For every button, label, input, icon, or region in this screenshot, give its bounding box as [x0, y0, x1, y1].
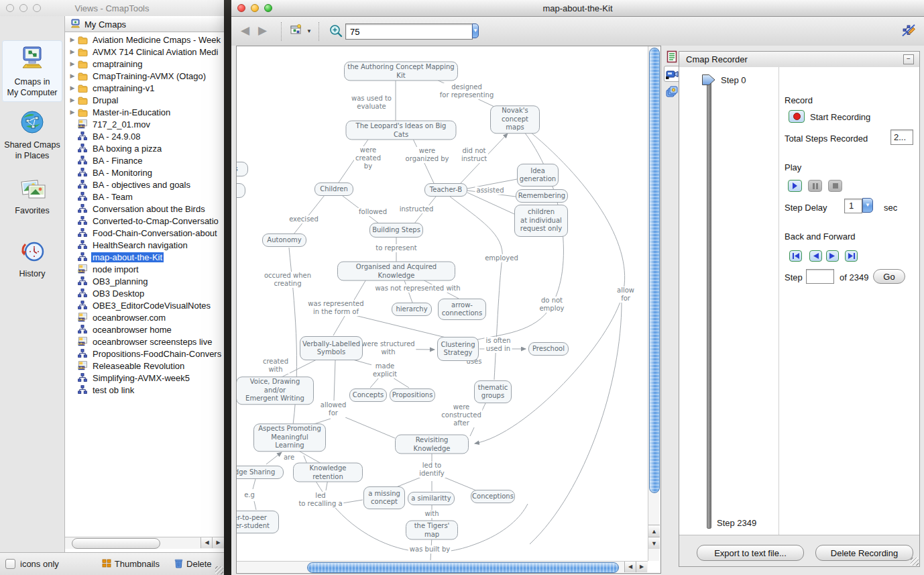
tree-item[interactable]: test ob link	[65, 384, 224, 396]
cmap-link-label[interactable]: with	[423, 510, 440, 518]
tree-item[interactable]: ▶AVMX 714 Clinical Aviation Medi	[65, 46, 224, 58]
tree-item-label[interactable]: CmapTraining-AVMX (Otago)	[91, 71, 207, 81]
tree-item[interactable]: oceanbrowser home	[65, 323, 224, 335]
cmap-node[interactable]: Verbally-Labelled Symbols	[300, 336, 363, 360]
tree-item[interactable]: BA - Finance	[65, 154, 224, 166]
delete-recording-button[interactable]: Delete Recording	[815, 545, 913, 561]
tree-item-label[interactable]: map-about-the-Kit	[91, 252, 164, 262]
disclosure-triangle-icon[interactable]: ▶	[68, 60, 77, 67]
map-titlebar[interactable]: map-about-the-Kit	[231, 0, 924, 17]
sidebar-item-history[interactable]: History	[2, 235, 62, 284]
cmap-link-label[interactable]: was built by	[408, 545, 451, 554]
cmap-link-label[interactable]: did not instruct	[460, 147, 488, 163]
cmap-node[interactable]: a similaritty	[408, 492, 455, 505]
scroll-down-button[interactable]: ▼	[648, 537, 660, 549]
tree-header[interactable]: My Cmaps	[65, 17, 224, 32]
cmap-node[interactable]: Clustering Strategy	[437, 337, 479, 361]
previous-step-button[interactable]	[809, 250, 822, 262]
annotate-cmap-icon[interactable]	[901, 23, 916, 40]
tree-item-label[interactable]: Master-in-Education	[91, 107, 172, 117]
minimize-button[interactable]	[251, 4, 259, 12]
step-number-input[interactable]	[806, 269, 834, 284]
zoom-button[interactable]	[33, 4, 41, 12]
cmap-node[interactable]: ers	[237, 162, 248, 176]
tree-item-label[interactable]: Converted-to-Cmap-Conversatio	[91, 216, 220, 226]
zoom-dropdown-button[interactable]: ▼	[472, 23, 479, 38]
cmap-node[interactable]: Voice, Drawing and/or Emergent Writing	[237, 376, 314, 405]
cmap-node[interactable]: er-to-peer her-student	[237, 511, 279, 533]
step-delay-value[interactable]: 1	[844, 199, 862, 213]
next-step-button[interactable]	[826, 250, 839, 262]
annotations-panel-button[interactable]	[664, 48, 680, 64]
cmap-link-label[interactable]: was used to evaluate	[350, 95, 393, 111]
tree-item[interactable]: map-about-the-Kit	[65, 251, 224, 263]
step-delay-dropdown[interactable]: ▼	[862, 198, 873, 213]
disclosure-triangle-icon[interactable]: ▶	[68, 48, 77, 55]
tree-item-label[interactable]: Propositions-FoodChain-Convers	[91, 349, 223, 359]
tree-item[interactable]: ▶CmapTraining-AVMX (Otago)	[65, 70, 224, 82]
cmap-node[interactable]: Autonomy	[262, 233, 306, 247]
new-window-button[interactable]	[289, 24, 302, 38]
disclosure-triangle-icon[interactable]: ▶	[68, 72, 77, 79]
cmap-link-label[interactable]: were created by	[354, 146, 382, 170]
tree-item-label[interactable]: Conversation about the Birds	[91, 204, 207, 214]
cmap-node[interactable]: Revisiting Knowledge	[395, 435, 469, 454]
start-recording-button[interactable]	[789, 110, 805, 123]
cmap-node[interactable]: children at individual request only	[514, 205, 568, 237]
tree-item-label[interactable]: BA - Team	[91, 192, 134, 202]
cmap-node[interactable]: Idea generation	[517, 164, 559, 187]
hscroll-thumb[interactable]	[307, 562, 619, 573]
cmap-node[interactable]: Organised and Acquired Knowledge	[337, 262, 455, 281]
cmap-link-label[interactable]: execised	[288, 215, 320, 223]
disclosure-triangle-icon[interactable]: ▶	[68, 36, 77, 43]
tree-item[interactable]: URL717_2_01.mov	[65, 118, 224, 130]
tree-horizontal-scrollbar[interactable]: ◀ ▶	[65, 537, 224, 549]
tree-item-label[interactable]: Releaseable Revolution	[91, 361, 186, 371]
tree-item[interactable]: HealthSearch navigation	[65, 239, 224, 251]
sidebar-item-favorites[interactable]: Favorites	[2, 173, 62, 221]
tree-item[interactable]: ▶Drupal	[65, 94, 224, 106]
tree-item-label[interactable]: OBE3_EditorCodeVisualNotes	[91, 301, 212, 311]
last-step-button[interactable]	[845, 250, 858, 262]
tree-item[interactable]: Simplifying-AVMX-week5	[65, 372, 224, 384]
tree-item-label[interactable]: OB3 Desktop	[91, 289, 146, 299]
cmap-link-label[interactable]: designed for representing	[439, 83, 495, 99]
forward-button[interactable]: ▶	[258, 25, 267, 37]
cmap-link-label[interactable]: employed	[483, 254, 520, 262]
cmap-node[interactable]: edge Sharing	[237, 466, 284, 479]
tree-item-label[interactable]: AVMX 714 Clinical Aviation Medi	[91, 47, 219, 57]
zoom-button[interactable]	[264, 4, 272, 12]
step-slider-track[interactable]	[707, 82, 711, 529]
tree-item-label[interactable]: test ob link	[91, 385, 135, 395]
cmap-node[interactable]: Teacher-B	[424, 183, 467, 197]
scroll-right-button[interactable]: ▶	[212, 537, 224, 548]
layers-panel-button[interactable]	[664, 83, 680, 99]
tree-item-label[interactable]: cmaptraining-v1	[91, 83, 156, 93]
tree-item-label[interactable]: Food-Chain-Conversation-about	[91, 228, 219, 238]
play-button[interactable]	[788, 180, 802, 192]
go-button[interactable]: Go	[873, 269, 905, 284]
cmap-node[interactable]: the Authoring Concept Mapping Kit	[344, 62, 458, 81]
chevron-down-icon[interactable]: ▼	[306, 28, 312, 34]
views-titlebar[interactable]: Views - CmapTools	[0, 0, 224, 17]
cmap-link-label[interactable]: followed	[357, 208, 388, 216]
tree-item[interactable]: ▶cmaptraining	[65, 58, 224, 70]
zoom-in-icon[interactable]	[329, 24, 343, 41]
scroll-right-button[interactable]: ▶	[636, 562, 647, 572]
cmap-node[interactable]: The Leopard's Ideas on Big Cats	[346, 121, 457, 140]
cmap-link-label[interactable]: do not employ	[538, 297, 565, 313]
canvas-horizontal-scrollbar[interactable]: ◀ ▶	[237, 561, 648, 572]
tree-item[interactable]: URLoceanbrowser.com	[65, 311, 224, 323]
cmap-node[interactable]: Propositions	[390, 388, 435, 402]
pause-button[interactable]	[808, 180, 822, 192]
cmap-canvas[interactable]: was used to evaluatedesigned for represe…	[237, 46, 648, 561]
cmap-link-label[interactable]: led to recalling a	[297, 492, 343, 508]
cmap-link-label[interactable]: were organized by	[404, 147, 451, 163]
cmap-node[interactable]: Remembering	[516, 189, 568, 203]
tree-item[interactable]: OB3_planning	[65, 275, 224, 287]
cmap-node[interactable]: Aspects Promoting Meaningful Learning	[253, 423, 326, 452]
cmap-link-label[interactable]: assisted	[475, 187, 506, 195]
minimize-panel-button[interactable]: −	[903, 54, 914, 64]
step-slider-thumb[interactable]	[701, 74, 716, 89]
tree-item-label[interactable]: BA - 24.9.08	[91, 132, 142, 142]
